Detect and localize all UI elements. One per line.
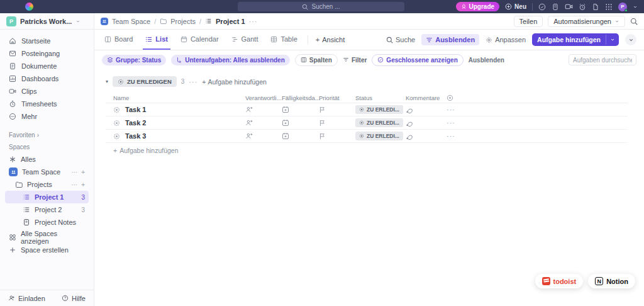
group-status-pill[interactable]: ZU ERLEDIGEN [113, 76, 177, 87]
due-date-icon[interactable] [282, 119, 319, 127]
task-status-icon[interactable] [113, 120, 120, 127]
favorites-section[interactable]: Favoriten › [0, 132, 94, 139]
breadcrumb-more-icon[interactable]: ··· [249, 18, 258, 25]
sidebar-item-view-all-spaces[interactable]: Alle Spaces anzeigen [5, 231, 89, 244]
subtasks-pill[interactable]: Unteraufgaben: Alles ausblenden [171, 55, 290, 65]
collapse-header-button[interactable] [625, 34, 636, 45]
hide-link[interactable]: Ausblenden [469, 57, 504, 64]
clickup-logo-icon[interactable] [25, 3, 33, 11]
workspace-switcher[interactable]: P Patricks Work... [0, 13, 94, 30]
sidebar-item-timesheets[interactable]: Timesheets [5, 98, 89, 110]
add-column-icon[interactable] [447, 94, 472, 101]
due-date-icon[interactable] [282, 132, 319, 140]
view-search-button[interactable]: Suche [386, 36, 415, 43]
filter-button[interactable]: Filter [343, 57, 367, 64]
assign-person-icon[interactable] [245, 106, 282, 113]
clip-recorder-icon[interactable] [565, 3, 573, 11]
task-search-input[interactable] [569, 54, 636, 65]
add-icon[interactable]: + [81, 181, 85, 188]
user-avatar[interactable]: P [618, 3, 627, 11]
sidebar-item-team-space[interactable]: Team Space ··· + [5, 166, 89, 178]
todoist-badge[interactable]: todoist [535, 274, 584, 288]
task-more-icon[interactable]: ··· [447, 132, 455, 140]
col-status[interactable]: Status [355, 94, 372, 101]
sidebar-item-posteingang[interactable]: Posteingang [5, 47, 89, 60]
col-priority[interactable]: Priorität [319, 94, 340, 101]
col-name[interactable]: Name [113, 94, 129, 101]
comment-icon[interactable] [406, 132, 447, 140]
task-name[interactable]: Task 2 [125, 119, 146, 127]
col-comments[interactable]: Kommentare [406, 94, 440, 101]
add-task-button[interactable]: Aufgabe hinzufügen [532, 33, 619, 46]
breadcrumb-current[interactable]: Project 1 [216, 18, 245, 25]
sidebar-item-create-space[interactable]: Space erstellen [5, 244, 89, 256]
task-more-icon[interactable]: ··· [447, 119, 455, 127]
comment-icon[interactable] [406, 106, 447, 113]
help-button[interactable]: Hilfe [62, 295, 86, 302]
invite-button[interactable]: Einladen [8, 295, 45, 302]
sidebar-item-alles[interactable]: Alles [5, 153, 89, 166]
new-button[interactable]: Neu [505, 3, 526, 10]
task-status-pill[interactable]: ZU ERLEDI... [355, 105, 403, 114]
tab-board[interactable]: Board [102, 30, 135, 50]
sidebar-item-project-notes[interactable]: Project Notes [5, 216, 89, 229]
share-button[interactable]: Teilen [514, 16, 543, 27]
more-icon[interactable]: ··· [71, 181, 77, 188]
priority-flag-icon[interactable] [319, 106, 355, 113]
notepad-icon[interactable] [552, 3, 559, 11]
tab-list[interactable]: List [143, 30, 170, 50]
sidebar-item-project-1[interactable]: Project 1 3 [5, 191, 89, 203]
group-add-task-button[interactable]: + Aufgabe hinzufügen [202, 78, 267, 86]
timer-icon[interactable] [538, 3, 546, 11]
sidebar-item-mehr[interactable]: Mehr [5, 110, 89, 123]
group-more-icon[interactable]: ··· [189, 78, 197, 86]
header-search-icon[interactable] [630, 18, 638, 25]
customize-button[interactable]: Anpassen [486, 36, 526, 43]
group-by-pill[interactable]: Gruppe: Status [102, 55, 166, 65]
collapse-group-icon[interactable]: ▾ [106, 79, 108, 84]
col-assignee[interactable]: Verantwortli... [245, 94, 282, 101]
show-closed-pill[interactable]: Geschlossene anzeigen [372, 54, 463, 66]
task-status-pill[interactable]: ZU ERLEDI... [355, 132, 403, 140]
sidebar-item-dashboards[interactable]: Dashboards [5, 72, 89, 85]
document-icon[interactable] [592, 3, 599, 11]
sidebar-item-dokumente[interactable]: Dokumente [5, 60, 89, 72]
upgrade-button[interactable]: Upgrade [456, 2, 500, 11]
breadcrumb-team[interactable]: Team Space [112, 18, 150, 25]
assign-person-icon[interactable] [245, 119, 282, 127]
task-status-icon[interactable] [113, 133, 120, 140]
sidebar-item-clips[interactable]: Clips [5, 85, 89, 98]
task-name[interactable]: Task 3 [125, 132, 146, 140]
global-search-button[interactable]: Suchen ... [238, 2, 404, 11]
add-task-inline-button[interactable]: + Aufgabe hinzufügen [113, 147, 644, 154]
task-status-pill[interactable]: ZU ERLEDI... [355, 118, 403, 127]
assign-person-icon[interactable] [245, 132, 282, 140]
col-duedate[interactable]: Fälligkeitsda... [282, 94, 320, 101]
tab-table[interactable]: Table [268, 30, 299, 50]
tab-gantt[interactable]: Gantt [229, 30, 261, 50]
alarm-clock-icon[interactable] [579, 3, 586, 11]
sidebar-item-projects-folder[interactable]: Projects ··· + [5, 178, 89, 191]
priority-flag-icon[interactable] [319, 120, 355, 127]
task-row[interactable]: Task 3 ZU ERLEDI... ··· [106, 130, 628, 143]
hide-fields-button[interactable]: Ausblenden [421, 34, 479, 45]
notion-badge[interactable]: N Notion [588, 274, 635, 288]
priority-flag-icon[interactable] [319, 133, 355, 140]
add-view-button[interactable]: + Ansicht [316, 36, 345, 43]
task-name[interactable]: Task 1 [125, 106, 146, 113]
sidebar-item-project-2[interactable]: Project 2 3 [5, 203, 89, 216]
task-row[interactable]: Task 1 ZU ERLEDI... ··· [106, 103, 628, 116]
task-more-icon[interactable]: ··· [447, 106, 455, 113]
breadcrumb-folder[interactable]: Projects [170, 18, 196, 25]
add-task-dropdown[interactable] [606, 35, 619, 45]
task-status-icon[interactable] [113, 106, 120, 113]
columns-pill[interactable]: Spalten [295, 54, 338, 66]
due-date-icon[interactable] [282, 106, 319, 113]
more-icon[interactable]: ··· [71, 169, 77, 176]
task-row[interactable]: Task 2 ZU ERLEDI... ··· [106, 116, 628, 130]
apps-grid-icon[interactable] [605, 3, 613, 11]
avatar-chevron-down-icon[interactable] [633, 4, 638, 9]
automations-button[interactable]: Automatisierungen [548, 16, 625, 27]
tab-calendar[interactable]: Calendar [178, 30, 221, 50]
add-icon[interactable]: + [81, 169, 85, 176]
